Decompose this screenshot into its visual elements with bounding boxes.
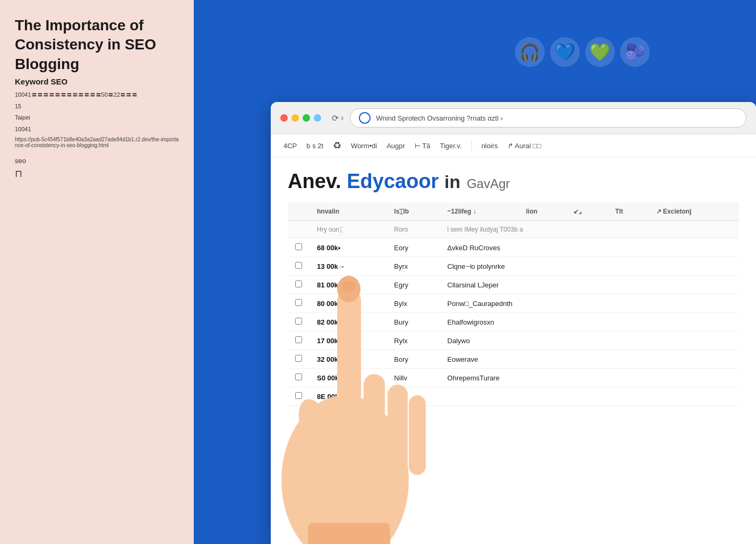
row-check[interactable] [288,257,310,276]
toolbar-item-aural[interactable]: ↱ Aural □□ [508,142,542,150]
page-title-area: Anev. Edycaoor in GavAgr [288,170,739,194]
page-content: Anev. Edycaoor in GavAgr hnvalin ls⌶lb ~… [271,157,756,419]
table-row: 80 00k• Bylx Ponw□_Caurapednth [288,294,739,313]
site-icon [359,112,371,124]
toolbar-item-tiger[interactable]: Tiger.v. [440,142,461,150]
row-checkbox[interactable] [295,373,302,380]
minimize-button[interactable] [291,114,299,122]
toolbar-divider [471,140,472,151]
heading-part1: Anev. [288,170,347,192]
row-val1: 80 00k• [310,294,386,313]
toolbar-icon-refresh[interactable]: ♻ [333,140,341,151]
row-check[interactable] [288,294,310,313]
table-sub-header-row: Hry oun⌶ Roro l sem IMey iludyaj T003b a [288,221,739,239]
row-val2 [386,387,440,406]
row-check[interactable] [288,350,310,369]
row-val3 [440,387,739,406]
row-checkbox[interactable] [295,355,302,362]
row-checkbox[interactable] [295,392,302,399]
th-col5[interactable]: ↙⌟ [566,202,608,221]
row-check[interactable] [288,332,310,350]
row-val3: Eowerave [440,350,739,369]
row-val2: Bory [386,350,440,369]
sub-check [288,221,310,239]
icon-heart-green: 💚 [585,37,615,67]
meta-line2: 15 [15,102,179,112]
toolbar-item-ta[interactable]: ⊢ Tā [415,142,431,150]
row-val1: 17 00k• [310,332,386,350]
icon-heart-blue: 💙 [550,37,580,67]
extra-button[interactable] [314,114,321,122]
main-area: 🎧 💙 💚 🫐 ⟳ › Wnind Sprotech Ovsarroning ?… [194,0,756,544]
heading-in: in [444,172,460,192]
row-val2: Bylx [386,294,440,313]
th-col2[interactable]: ls⌶lb [386,202,440,221]
row-val3: OhrepemsTurare [440,369,739,387]
row-val3: Cllarsinal LJeper [440,276,739,294]
svg-rect-7 [308,523,390,544]
table-row: 8E 00k• [288,387,739,406]
table-row: 13 00k→ Byrx Clqne⊣o ptolynrke [288,257,739,276]
table-row: 81 00k• Egry Cllarsinal LJeper [288,276,739,294]
row-val2: Rylx [386,332,440,350]
row-val1: 13 00k→ [310,257,386,276]
row-val2: Egry [386,276,440,294]
toolbar-item-augpr[interactable]: Augpr [386,142,405,150]
toolbar-item-worm[interactable]: Worm•di [351,142,377,150]
row-val2: Eory [386,239,440,257]
row-val1: 82 00k• [310,313,386,332]
th-col3[interactable]: ~12lifeg ↓ [440,202,519,221]
row-checkbox[interactable] [295,336,302,343]
keyword-label: Keyword SEO [15,77,179,86]
meta-line4: 10041 [15,125,179,134]
row-check[interactable] [288,239,310,257]
row-val2: Nillv [386,369,440,387]
row-checkbox[interactable] [295,243,302,250]
row-val2: Byrx [386,257,440,276]
row-checkbox[interactable] [295,262,302,269]
left-panel: The Importance of Consistency in SEO Blo… [0,0,194,544]
row-val3: Ehalfowigrosxn [440,313,739,332]
row-val1: 68 00k• [310,239,386,257]
row-checkbox[interactable] [295,299,302,306]
address-text: Wnind Sprotech Ovsarroning ?rnats αztl › [376,114,503,122]
nav-arrows: ⟳ › [332,113,343,123]
browser-chrome: ⟳ › Wnind Sprotech Ovsarroning ?rnats αz… [271,102,756,134]
toolbar-item-nloirs[interactable]: nloirs [482,142,498,150]
tag-icon: ⊓ [15,168,179,180]
heading-part2: Edycaoor [347,170,439,192]
sub-col3: l sem IMey iludyaj T003b a [440,221,739,239]
table-header-row: hnvalin ls⌶lb ~12lifeg ↓ lion ↙⌟ Tlt ↗ E… [288,202,739,221]
th-col4[interactable]: lion [519,202,566,221]
row-checkbox[interactable] [295,318,302,325]
row-check[interactable] [288,313,310,332]
page-heading-main: Anev. Edycaoor in [288,170,460,193]
sub-col2: Roro [386,221,440,239]
th-col7[interactable]: ↗ Excietonj [649,202,739,221]
meta-line1: 10041〓〓〓〓〓〓〓〓〓〓〓〓50〓22〓〓〓 [15,90,179,100]
maximize-button[interactable] [303,114,310,122]
browser-window: ⟳ › Wnind Sprotech Ovsarroning ?rnats αz… [271,102,756,544]
forward-icon[interactable]: › [341,113,343,123]
close-button[interactable] [280,114,288,122]
row-check[interactable] [288,387,310,406]
top-icons: 🎧 💙 💚 🫐 [515,37,650,67]
toolbar-item-1[interactable]: 4CP [284,142,297,150]
row-check[interactable] [288,369,310,387]
traffic-lights [280,114,321,122]
row-checkbox[interactable] [295,280,302,287]
seo-tag: seo [15,157,179,165]
table-header: hnvalin ls⌶lb ~12lifeg ↓ lion ↙⌟ Tlt ↗ E… [288,202,739,239]
table-row: 32 00k• Bory Eowerave [288,350,739,369]
address-bar[interactable]: Wnind Sprotech Ovsarroning ?rnats αztl › [350,108,746,128]
row-val1: 8E 00k• [310,387,386,406]
row-check[interactable] [288,276,310,294]
toolbar-item-2[interactable]: b s 2t [306,142,323,150]
row-val1: S0 00k• [310,369,386,387]
back-icon[interactable]: ⟳ [332,113,339,123]
th-col1[interactable]: hnvalin [310,202,386,221]
th-col6[interactable]: Tlt [608,202,649,221]
row-val3: Clqne⊣o ptolynrke [440,257,739,276]
row-val2: Bury [386,313,440,332]
page-heading-row: Anev. Edycaoor in GavAgr [288,170,739,194]
